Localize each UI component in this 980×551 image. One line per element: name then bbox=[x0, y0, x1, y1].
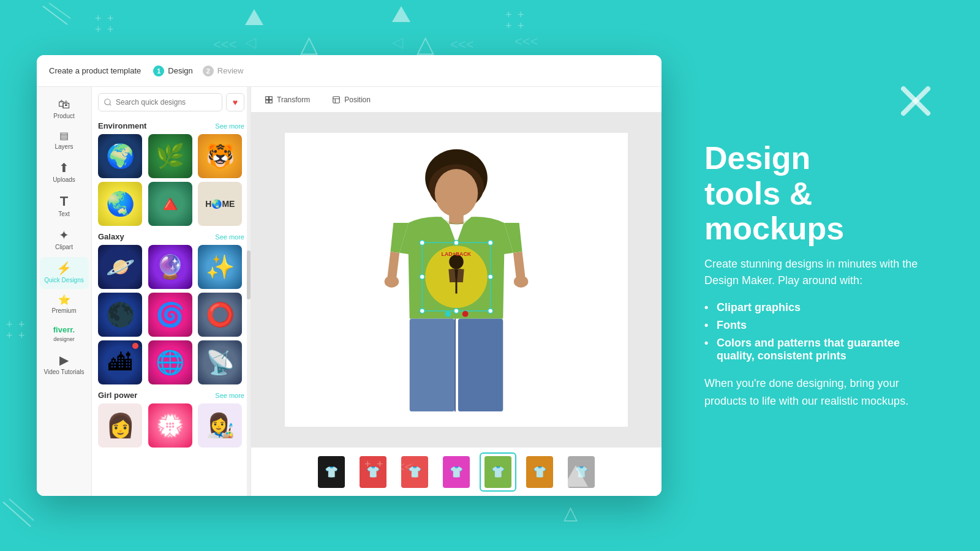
sticker-triangle-home[interactable]: 🔺 bbox=[148, 182, 192, 226]
thumb-olive-color: 👕 bbox=[484, 456, 511, 488]
thumb-black[interactable]: 👕 bbox=[313, 452, 350, 492]
galaxy-sticker-grid: 🪐 🔮 ✨ 🌑 🌀 bbox=[98, 245, 244, 384]
sticker-galaxy9[interactable]: 📡 bbox=[198, 340, 242, 384]
thumb-coral[interactable]: 👕 bbox=[396, 452, 433, 492]
thumb-coral-color: 👕 bbox=[401, 456, 428, 488]
panel-search: ♥ bbox=[92, 87, 251, 115]
svg-rect-11 bbox=[270, 100, 273, 103]
svg-rect-28 bbox=[448, 269, 456, 282]
body-text: Create stunning designs in minutes with … bbox=[704, 256, 925, 289]
sticker-galaxy1[interactable]: 🪐 bbox=[98, 245, 142, 289]
sidebar-item-quick-designs[interactable]: ⚡ Quick Designs bbox=[40, 257, 89, 289]
sticker-be-kind[interactable]: 🌏 bbox=[98, 182, 142, 226]
sidebar-item-product[interactable]: 🛍 Product bbox=[40, 93, 89, 125]
thumb-pink[interactable]: 👕 bbox=[438, 452, 475, 492]
svg-text:LAD+BACK: LAD+BACK bbox=[442, 251, 472, 257]
sticker-girl1[interactable]: 👩 bbox=[98, 403, 142, 448]
svg-point-34 bbox=[420, 309, 424, 313]
galaxy-see-more[interactable]: See more bbox=[215, 233, 244, 241]
sticker-galaxy6[interactable]: ⭕ bbox=[198, 293, 242, 337]
transform-icon bbox=[265, 96, 273, 104]
sidebar-item-fiverr[interactable]: fiverr. designer bbox=[40, 321, 89, 348]
sticker-galaxy8[interactable]: 🌐 bbox=[148, 340, 192, 384]
thumb-red[interactable]: 👕 bbox=[355, 452, 391, 492]
sidebar-clipart-label: Clipart bbox=[55, 244, 73, 251]
sidebar-video-tutorials-label: Video Tutorials bbox=[44, 369, 85, 376]
environment-title: Environment bbox=[98, 121, 146, 130]
galaxy5-emoji: 🌀 bbox=[156, 303, 184, 326]
sticker-tiger[interactable]: 🐯 bbox=[198, 134, 242, 178]
canvas-white[interactable]: LAD+BACK bbox=[285, 133, 628, 427]
svg-rect-12 bbox=[333, 96, 340, 103]
sidebar-text-label: Text bbox=[58, 211, 69, 218]
thumb-olive[interactable]: 👕 bbox=[480, 452, 516, 492]
step1-label: Design bbox=[168, 66, 192, 75]
sticker-galaxy3[interactable]: ✨ bbox=[198, 245, 242, 289]
sticker-girl3[interactable]: 👩‍🎨 bbox=[198, 403, 242, 448]
sticker-plant-trees[interactable]: 🌿 bbox=[148, 134, 192, 178]
sidebar-product-label: Product bbox=[53, 113, 74, 120]
svg-point-41 bbox=[462, 311, 469, 317]
sticker-galaxy5[interactable]: 🌀 bbox=[148, 293, 192, 337]
step2-num: 2 bbox=[203, 66, 214, 77]
galaxy6-emoji: ⭕ bbox=[206, 303, 235, 326]
search-input[interactable] bbox=[98, 93, 222, 111]
feature-colors: Colors and patterns that guarantee quali… bbox=[704, 334, 925, 365]
sticker-galaxy7[interactable]: 🏙 bbox=[98, 340, 142, 384]
girl-power-see-more[interactable]: See more bbox=[215, 392, 244, 399]
svg-point-37 bbox=[454, 309, 459, 313]
thumb-grey[interactable]: 👕 bbox=[563, 452, 600, 492]
girl2-emoji: 💮 bbox=[156, 414, 184, 437]
step-2[interactable]: 2 Review bbox=[203, 66, 244, 77]
environment-see-more[interactable]: See more bbox=[215, 122, 244, 130]
outro-text: When you're done designing, bring your p… bbox=[704, 375, 925, 410]
canvas-main: LAD+BACK bbox=[251, 113, 662, 447]
window-title: Create a product template bbox=[49, 66, 141, 75]
app-window: Create a product template 1 Design 2 Rev… bbox=[37, 55, 662, 496]
layers-icon: ▤ bbox=[59, 131, 69, 141]
svg-point-38 bbox=[420, 274, 424, 279]
position-button[interactable]: Position bbox=[327, 93, 375, 107]
svg-point-36 bbox=[454, 240, 459, 245]
girl-power-sticker-grid: 👩 💮 👩‍🎨 bbox=[98, 403, 244, 448]
sticker-galaxy2[interactable]: 🔮 bbox=[148, 245, 192, 289]
sticker-galaxy4[interactable]: 🌑 bbox=[98, 293, 142, 337]
video-tutorials-icon: ▶ bbox=[59, 354, 69, 366]
quick-designs-icon: ⚡ bbox=[56, 262, 72, 274]
position-label: Position bbox=[344, 96, 371, 104]
sidebar-item-premium[interactable]: ⭐ Premium bbox=[40, 290, 89, 320]
thumbnails-bar: 👕 👕 👕 👕 bbox=[251, 447, 662, 496]
svg-rect-8 bbox=[266, 96, 269, 99]
headline-container: Design tools & mockups bbox=[704, 141, 925, 246]
svg-point-35 bbox=[488, 309, 493, 313]
sidebar-item-video-tutorials[interactable]: ▶ Video Tutorials bbox=[40, 349, 89, 381]
transform-button[interactable]: Transform bbox=[260, 93, 315, 107]
feature-list: Clipart graphics Fonts Colors and patter… bbox=[704, 299, 925, 365]
galaxy9-emoji: 📡 bbox=[206, 351, 235, 374]
sidebar-uploads-label: Uploads bbox=[53, 176, 75, 184]
svg-point-39 bbox=[488, 274, 493, 279]
sidebar-item-text[interactable]: T Text bbox=[40, 190, 89, 223]
sticker-earth-blue[interactable]: 🌍 bbox=[98, 134, 142, 178]
galaxy1-emoji: 🪐 bbox=[106, 255, 135, 279]
panel-scrollbar[interactable] bbox=[247, 87, 251, 496]
panel-scrollbar-thumb bbox=[247, 250, 251, 299]
sidebar-item-layers[interactable]: ▤ Layers bbox=[40, 126, 89, 156]
feature-clipart: Clipart graphics bbox=[704, 299, 925, 317]
thumb-orange[interactable]: 👕 bbox=[521, 452, 558, 492]
favorites-button[interactable]: ♥ bbox=[226, 93, 244, 111]
transform-label: Transform bbox=[277, 96, 310, 104]
sticker-girl2[interactable]: 💮 bbox=[148, 403, 192, 448]
sidebar-item-uploads[interactable]: ⬆ Uploads bbox=[40, 157, 89, 189]
triangle-home-emoji: 🔺 bbox=[156, 192, 184, 216]
svg-point-33 bbox=[488, 240, 493, 245]
window-body: 🛍 Product ▤ Layers ⬆ Uploads T Text ✦ bbox=[37, 87, 662, 496]
canvas-toolbar: Transform Position bbox=[251, 87, 662, 113]
panel-scroll[interactable]: Environment See more 🌍 🌿 🐯 bbox=[92, 115, 251, 496]
premium-icon: ⭐ bbox=[58, 295, 70, 305]
step-1[interactable]: 1 Design bbox=[153, 66, 192, 77]
sidebar-item-clipart[interactable]: ✦ Clipart bbox=[40, 224, 89, 256]
clipart-icon: ✦ bbox=[59, 229, 69, 241]
sidebar-premium-label: Premium bbox=[51, 307, 76, 315]
sticker-home-text[interactable]: H🌏ME bbox=[198, 182, 242, 226]
